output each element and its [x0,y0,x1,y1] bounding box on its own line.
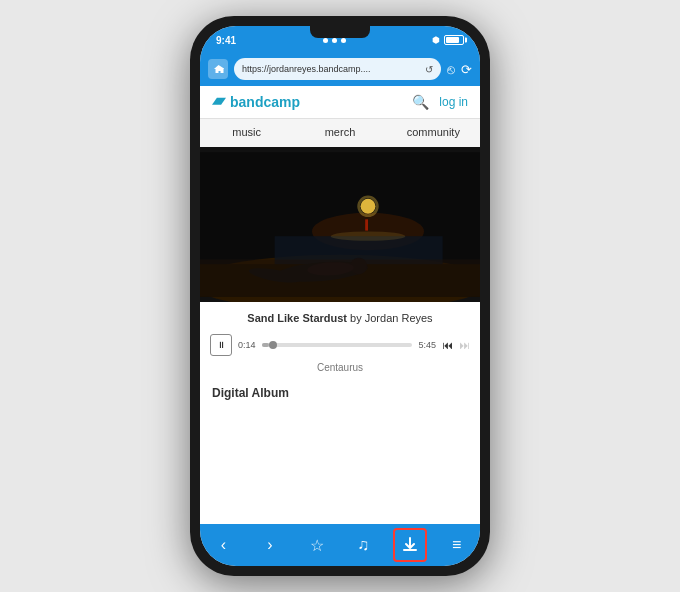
download-button[interactable] [393,528,427,562]
menu-button[interactable]: ≡ [440,528,474,562]
download-icon [402,537,418,553]
battery-icon [444,35,464,45]
phone-notch [310,26,370,38]
browser-bar: https://jordanreyes.bandcamp.... ↺ ⎋ ⟳ [200,54,480,86]
svg-rect-14 [200,260,480,297]
album-art-image [200,147,480,302]
pause-button[interactable]: ⏸ [210,334,232,356]
album-art [200,147,480,302]
forward-button[interactable]: › [253,528,287,562]
bandcamp-logo[interactable]: bandcamp [212,94,412,110]
track-label: Centaurus [200,360,480,377]
url-bar[interactable]: https://jordanreyes.bandcamp.... ↺ [234,58,441,80]
url-text: https://jordanreyes.bandcamp.... [242,64,421,74]
phone-frame: 9:41 ⬢ https://jordanreyes.bandcam [190,16,490,576]
status-icons: ⬢ [432,35,464,45]
tab-merch[interactable]: merch [293,119,386,147]
svg-point-9 [331,232,406,241]
svg-rect-5 [365,219,368,230]
back-button[interactable]: ‹ [206,528,240,562]
music-button[interactable]: ♫ [346,528,380,562]
album-section: Digital Album [200,377,480,401]
refresh-icon[interactable]: ↺ [425,64,433,75]
bluetooth-icon: ⬢ [432,35,440,45]
website-content: bandcamp 🔍 log in music merch community [200,86,480,524]
time-current: 0:14 [238,340,256,350]
status-time: 9:41 [216,35,236,46]
album-section-title: Digital Album [212,386,289,400]
time-total: 5:45 [418,340,436,350]
site-header: bandcamp 🔍 log in [200,86,480,119]
tab-community[interactable]: community [387,119,480,147]
progress-fill [262,343,270,347]
player-controls: ⏸ 0:14 5:45 ⏮ ⏭ [200,330,480,360]
track-info: Sand Like Stardust by Jordan Reyes [200,302,480,330]
skip-forward-button[interactable]: ⏭ [459,339,470,351]
search-button[interactable]: 🔍 [412,94,429,110]
track-title-text: Sand Like Stardust by Jordan Reyes [247,312,432,324]
header-actions: 🔍 log in [412,94,468,110]
tabs-button[interactable]: ⟳ [461,62,472,77]
share-button[interactable]: ⎋ [447,62,455,77]
svg-point-3 [361,199,376,214]
nav-tabs: music merch community [200,119,480,147]
progress-bar[interactable] [262,343,413,347]
bookmark-button[interactable]: ☆ [300,528,334,562]
progress-handle [269,341,277,349]
bandcamp-logo-text: bandcamp [230,94,300,110]
phone-screen: 9:41 ⬢ https://jordanreyes.bandcam [200,26,480,566]
bottom-nav: ‹ › ☆ ♫ ≡ [200,524,480,566]
home-button[interactable] [208,59,228,79]
bandcamp-logo-icon [212,95,226,109]
svg-marker-0 [212,98,226,105]
status-dots [323,38,346,43]
login-link[interactable]: log in [439,95,468,109]
tab-music[interactable]: music [200,119,293,147]
browser-actions: ⎋ ⟳ [447,62,472,77]
skip-back-button[interactable]: ⏮ [442,339,453,351]
